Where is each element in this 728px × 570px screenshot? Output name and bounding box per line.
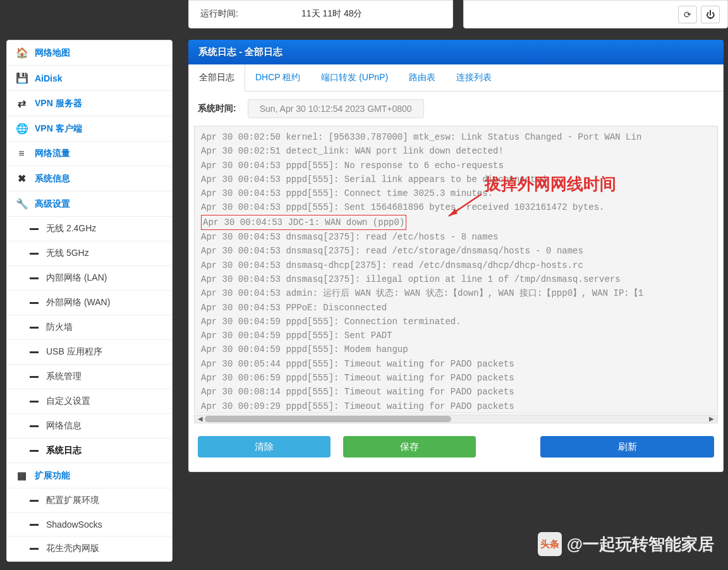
panel-body: 全部日志 DHCP 租约 端口转发 (UPnP) 路由表 连接列表 系统时间: … [188,64,724,472]
nav-label: 系统日志 [46,445,82,456]
dash-icon [30,302,39,304]
nav-label: 内部网络 (LAN) [46,272,107,284]
log-line: Apr 30 00:02:51 detect_link: WAN port li… [201,144,711,158]
tab-dhcp[interactable]: DHCP 租约 [245,64,311,91]
watermark: 头条 @一起玩转智能家居 [538,532,714,556]
nav-system-log[interactable]: 系统日志 [7,439,172,463]
traffic-icon: ≡ [16,148,27,159]
nav-usb-apps[interactable]: USB 应用程序 [7,340,172,365]
log-line: Apr 30 00:04:53 pppd[555]: Serial link a… [201,173,711,186]
clear-button[interactable]: 清除 [198,436,331,458]
horizontal-scrollbar[interactable]: ◀ ▶ [194,415,718,423]
dash-icon [30,524,39,526]
tab-connections[interactable]: 连接列表 [446,64,502,91]
nav-label: AiDisk [35,73,63,83]
log-line: Apr 30 00:04:53 pppd[555]: Connect time … [201,186,711,200]
nav-wan[interactable]: 外部网络 (WAN) [7,291,172,315]
nav-traffic[interactable]: ≡网络流量 [7,142,172,166]
nav-wireless-5ghz[interactable]: 无线 5GHz [7,241,172,266]
nav-label: 外部网络 (WAN) [46,297,110,308]
nav-ext-shadowsocks[interactable]: ShadowSocks [7,513,172,537]
uptime-card: 运行时间: 11天 11时 48分 [188,0,453,28]
dash-icon [30,500,39,502]
tab-all-logs[interactable]: 全部日志 [189,64,245,92]
tabs: 全部日志 DHCP 租约 端口转发 (UPnP) 路由表 连接列表 [189,64,723,92]
nav-aidisk[interactable]: 💾AiDisk [7,66,172,91]
nav-firewall[interactable]: 防火墙 [7,315,172,340]
nav-label: 高级设置 [35,198,70,210]
log-line: Apr 30 00:04:59 pppd[555]: Connection te… [201,315,711,329]
nav-extensions[interactable]: ▦扩展功能 [7,463,172,488]
nav-label: USB 应用程序 [46,346,102,358]
nav-system-admin[interactable]: 系统管理 [7,365,172,389]
nav-advanced[interactable]: 🔧高级设置 [7,191,172,217]
nav-label: 扩展功能 [35,470,70,482]
nav-network-info[interactable]: 网络信息 [7,414,172,439]
log-line: Apr 30 00:04:53 dnsmasq[2375]: read /etc… [201,244,711,258]
save-button[interactable]: 保存 [343,436,476,458]
uptime-label: 运行时间: [200,8,301,20]
dash-icon [30,425,39,427]
log-line: Apr 30 00:04:59 pppd[555]: Modem hangup [201,343,711,356]
main-panel: 系统日志 - 全部日志 全部日志 DHCP 租约 端口转发 (UPnP) 路由表… [188,40,724,472]
nav-wireless-24ghz[interactable]: 无线 2.4GHz [7,217,172,241]
power-icon[interactable]: ⏻ [701,6,720,23]
nav-system-info[interactable]: ✖系统信息 [7,166,172,191]
log-line: Apr 30 00:04:53 pppd[555]: Sent 15646818… [201,200,711,214]
tab-upnp[interactable]: 端口转发 (UPnP) [311,64,399,91]
nav-label: 防火墙 [46,322,73,333]
refresh-icon[interactable]: ⟳ [678,6,697,23]
scroll-right-icon[interactable]: ▶ [707,415,716,423]
log-line: Apr 30 00:04:53 admin: 运行后 WAN 状态: WAN 状… [201,286,711,300]
watermark-icon: 头条 [538,532,562,556]
wrench-icon: 🔧 [16,198,27,210]
panel-title: 系统日志 - 全部日志 [188,40,724,64]
log-line: Apr 30 00:09:29 pppd[555]: Timeout waiti… [201,399,711,413]
nav-label: 配置扩展环境 [46,495,99,506]
systime-label: 系统时间: [198,103,236,114]
dash-icon [30,253,39,255]
nav-network-map[interactable]: 🏠网络地图 [7,40,172,66]
nav-custom-settings[interactable]: 自定义设置 [7,389,172,414]
log-textarea[interactable]: Apr 30 00:02:50 kernel: [956330.787000] … [194,126,718,413]
watermark-text: @一起玩转智能家居 [567,533,714,555]
log-line: Apr 30 00:08:14 pppd[555]: Timeout waiti… [201,385,711,399]
nav-label: 无线 5GHz [46,248,89,259]
nav-label: 无线 2.4GHz [46,223,96,234]
nav-label: 网络流量 [35,148,70,159]
refresh-button[interactable]: 刷新 [540,436,714,458]
nav-ext-config[interactable]: 配置扩展环境 [7,488,172,513]
nav-lan[interactable]: 内部网络 (LAN) [7,266,172,291]
nav-vpn-client[interactable]: 🌐VPN 客户端 [7,116,172,142]
scroll-thumb[interactable] [205,416,451,422]
disk-icon: 💾 [16,72,27,84]
dash-icon [30,228,39,230]
log-line: Apr 30 00:02:50 kernel: [956330.787000] … [201,130,711,144]
nav-vpn-server[interactable]: ⇄VPN 服务器 [7,91,172,116]
nav-ext-oray[interactable]: 花生壳内网版 [7,537,172,561]
dash-icon [30,450,39,452]
systime-row: 系统时间: Sun, Apr 30 10:12:54 2023 GMT+0800 [189,92,723,126]
scroll-left-icon[interactable]: ◀ [196,415,205,423]
dash-icon [30,548,39,550]
log-line: Apr 30 00:04:53 PPPoE: Disconnected [201,301,711,315]
dash-icon [30,351,39,353]
nav-label: 花生壳内网版 [46,543,99,554]
log-line: Apr 30 00:04:53 dnsmasq-dhcp[2375]: read… [201,258,711,272]
grid-icon: ▦ [16,470,27,482]
log-line: Apr 30 00:06:59 pppd[555]: Timeout waiti… [201,371,711,385]
nav-label: ShadowSocks [46,519,102,530]
tab-route[interactable]: 路由表 [399,64,446,91]
shuffle-icon: ✖ [16,173,27,185]
nav-label: 系统管理 [46,371,82,382]
dash-icon [30,401,39,403]
vpn-server-icon: ⇄ [16,97,27,109]
nav-label: 系统信息 [35,173,70,185]
nav-label: VPN 服务器 [35,98,82,109]
nav-label: VPN 客户端 [35,123,82,135]
sidebar: 🏠网络地图 💾AiDisk ⇄VPN 服务器 🌐VPN 客户端 ≡网络流量 ✖系… [6,40,173,562]
button-row: 清除 保存 刷新 [189,423,723,471]
log-line: Apr 30 00:04:53 dnsmasq[2375]: read /etc… [201,230,711,244]
dash-icon [30,327,39,329]
control-card: ⟳ ⏻ [463,0,728,28]
